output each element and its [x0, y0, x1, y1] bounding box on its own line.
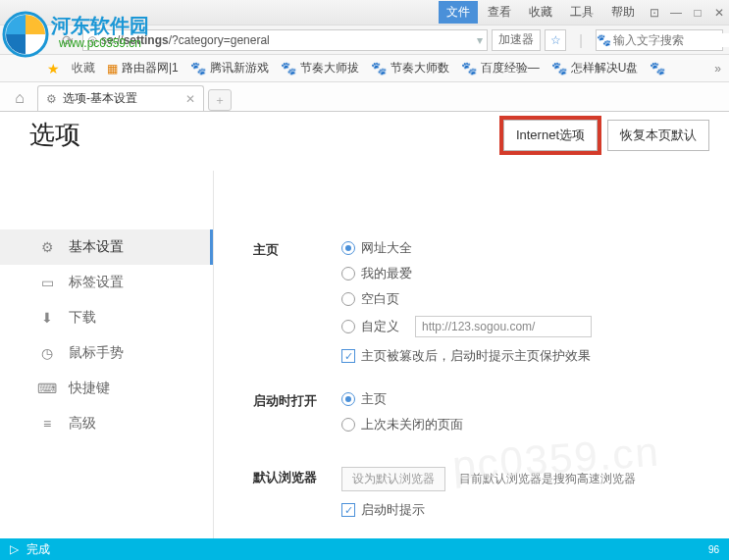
homepage-radio-fav[interactable]: 我的最爱 [341, 265, 709, 282]
radio-icon [341, 292, 355, 306]
tab-title: 选项-基本设置 [63, 90, 137, 107]
search-input[interactable] [611, 33, 729, 47]
status-percent: 96 [708, 544, 719, 555]
bookmarks-overflow-icon[interactable]: » [714, 62, 721, 76]
sidebar-item-advanced[interactable]: ≡高级 [0, 406, 213, 441]
menu-help[interactable]: 帮助 [603, 1, 643, 24]
tab-close-icon[interactable]: ✕ [185, 92, 195, 106]
app-logo-icon [2, 11, 49, 58]
maximize-icon[interactable]: □ [688, 3, 707, 23]
menu-file[interactable]: 文件 [439, 1, 478, 24]
keyboard-icon: ⌨ [39, 381, 55, 396]
favorites-label[interactable]: 收藏 [72, 60, 95, 76]
radio-icon [341, 241, 355, 255]
internet-options-button[interactable]: Internet选项 [503, 120, 598, 151]
startup-prompt-checkbox[interactable]: ✓启动时提示 [341, 501, 709, 519]
set-default-browser-button[interactable]: 设为默认浏览器 [341, 467, 445, 491]
gear-icon: ⚙ [39, 239, 55, 255]
sidebar-item-shortcut[interactable]: ⌨快捷键 [0, 371, 213, 406]
menu-tools[interactable]: 工具 [562, 1, 601, 24]
bookmark-item[interactable]: 🐾节奏大师数 [371, 60, 449, 76]
radio-icon [341, 320, 355, 333]
home-icon[interactable]: ⌂ [6, 85, 33, 111]
homepage-radio-all[interactable]: 网址大全 [341, 239, 709, 257]
homepage-custom-input[interactable] [415, 316, 592, 337]
tab-settings[interactable]: ⚙ 选项-基本设置 ✕ [37, 85, 204, 111]
mouse-icon: ◷ [39, 345, 55, 361]
status-text: 完成 [26, 541, 50, 558]
checkbox-icon: ✓ [341, 503, 355, 517]
paw-icon: 🐾 [461, 61, 477, 76]
url-dropdown-icon[interactable]: ▾ [477, 33, 483, 47]
brand-url: www.pc0359.cn [59, 36, 141, 50]
search-engine-icon[interactable]: 🐾 [597, 33, 611, 47]
status-bar: ▷ 完成 96 [0, 538, 729, 560]
menu-favorites[interactable]: 收藏 [521, 1, 560, 24]
favorite-star-icon[interactable]: ☆ [545, 29, 566, 51]
menu-icon: ≡ [39, 416, 55, 432]
sidebar-item-mouse[interactable]: ◷鼠标手势 [0, 335, 213, 371]
startup-radio-home[interactable]: 主页 [341, 390, 709, 408]
download-icon: ⬇ [39, 310, 55, 326]
restore-defaults-button[interactable]: 恢复本页默认 [607, 120, 709, 151]
startup-radio-last[interactable]: 上次未关闭的页面 [341, 416, 709, 433]
paw-icon[interactable]: 🐾 [650, 61, 665, 76]
bookmark-item[interactable]: 🐾腾讯新游戏 [190, 60, 269, 76]
url-path: /?category=general [169, 33, 270, 47]
sidebar-item-tabs[interactable]: ▭标签设置 [0, 265, 213, 300]
menu-view[interactable]: 查看 [480, 1, 519, 24]
settings-sidebar: ⚙基本设置 ▭标签设置 ⬇下载 ◷鼠标手势 ⌨快捷键 ≡高级 [0, 171, 214, 560]
radio-icon [341, 392, 355, 406]
homepage-protect-checkbox[interactable]: ✓主页被篡改后，启动时提示主页保护效果 [341, 347, 709, 365]
sidebar-item-basic[interactable]: ⚙基本设置 [0, 229, 213, 265]
bookmark-item[interactable]: 🐾怎样解决U盘 [551, 60, 639, 76]
section-homepage-label: 主页 [253, 239, 341, 365]
homepage-radio-custom[interactable]: 自定义 [341, 316, 709, 337]
section-default-browser-label: 默认浏览器 [253, 467, 341, 519]
radio-icon [341, 267, 355, 280]
paw-icon: 🐾 [190, 61, 206, 76]
section-startup-label: 启动时打开 [253, 390, 341, 441]
page-title: 选项 [29, 118, 80, 152]
homepage-radio-blank[interactable]: 空白页 [341, 290, 709, 308]
brand-name: 河东软件园 [51, 13, 149, 39]
pin-icon[interactable]: ⊡ [645, 3, 664, 23]
tab-icon: ▭ [39, 275, 55, 290]
paw-icon: 🐾 [551, 61, 567, 76]
divider: | [570, 29, 592, 51]
close-icon[interactable]: ✕ [709, 3, 729, 23]
bookmark-item[interactable]: ▦路由器网|1 [107, 60, 179, 76]
default-browser-desc: 目前默认浏览器是搜狗高速浏览器 [459, 471, 636, 487]
bookmark-item[interactable]: 🐾百度经验— [461, 60, 540, 76]
accelerator-button[interactable]: 加速器 [492, 29, 541, 51]
gear-icon: ⚙ [46, 92, 57, 106]
bookmark-item[interactable]: 🐾节奏大师拔 [281, 60, 359, 76]
new-tab-icon[interactable]: ＋ [208, 89, 232, 111]
sidebar-item-download[interactable]: ⬇下载 [0, 300, 213, 335]
search-box[interactable]: 🐾 🔍 [596, 29, 723, 51]
checkbox-icon: ✓ [341, 349, 355, 363]
play-icon[interactable]: ▷ [10, 542, 19, 556]
radio-icon [341, 418, 355, 432]
paw-icon: 🐾 [281, 61, 296, 76]
favorites-star-icon[interactable]: ★ [47, 61, 60, 76]
paw-icon: 🐾 [371, 61, 387, 76]
minimize-icon[interactable]: — [666, 3, 686, 23]
